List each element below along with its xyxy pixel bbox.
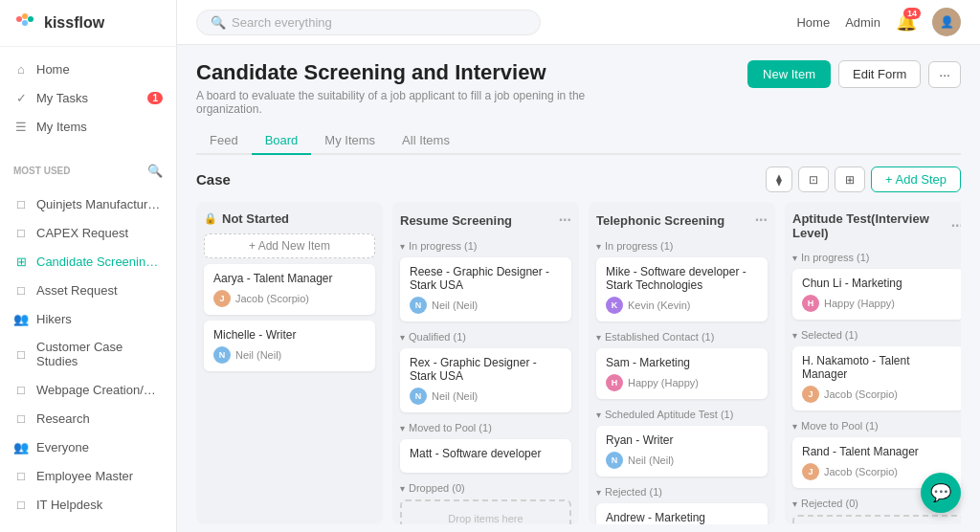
column-menu-icon[interactable]: ··· bbox=[755, 211, 768, 229]
tab-board[interactable]: Board bbox=[252, 127, 312, 155]
card-name: Sam - Marketing bbox=[606, 356, 758, 369]
home-link[interactable]: Home bbox=[796, 15, 830, 30]
section-label[interactable]: ▾ Qualified (1) bbox=[400, 331, 571, 343]
section-label[interactable]: ▾ In progress (1) bbox=[792, 252, 961, 263]
sidebar-item-everyone[interactable]: 👥 Everyone bbox=[0, 432, 176, 461]
card[interactable]: H. Nakamoto - Talent Manager J Jacob (Sc… bbox=[792, 346, 961, 410]
sidebar-item-my-items[interactable]: ☰ My Items bbox=[0, 112, 176, 141]
doc-icon: □ bbox=[13, 346, 29, 362]
card[interactable]: Rex - Graphic Designer - Stark USA N Nei… bbox=[400, 348, 571, 412]
tab-my-items[interactable]: My Items bbox=[311, 127, 389, 155]
page-title-area: Candidate Screening and Interview A boar… bbox=[196, 60, 617, 116]
section-label[interactable]: ▾ In progress (1) bbox=[596, 240, 768, 252]
svg-point-2 bbox=[28, 16, 33, 22]
tab-all-items[interactable]: All Items bbox=[389, 127, 463, 155]
card-name: Chun Li - Marketing bbox=[802, 277, 954, 290]
card[interactable]: Mike - Software developer - Stark Techno… bbox=[596, 257, 768, 321]
search-bar[interactable]: 🔍 Search everything bbox=[196, 10, 541, 35]
doc-icon: □ bbox=[13, 225, 29, 240]
avatar: J bbox=[802, 463, 819, 480]
user-label: Kevin (Kevin) bbox=[628, 299, 690, 311]
more-options-button[interactable]: ··· bbox=[928, 61, 961, 88]
view-toggle-button[interactable]: ⊡ bbox=[798, 166, 829, 192]
page-title: Candidate Screening and Interview bbox=[196, 60, 617, 85]
admin-link[interactable]: Admin bbox=[845, 15, 880, 30]
lock-icon: 🔒 bbox=[204, 212, 217, 225]
sidebar-item-customer-case[interactable]: □ Customer Case Studies bbox=[0, 333, 176, 375]
doc-icon: □ bbox=[13, 382, 29, 397]
section-label-dropped[interactable]: ▾ Dropped (0) bbox=[400, 482, 571, 494]
card-name: Michelle - Writer bbox=[213, 328, 366, 342]
new-item-button[interactable]: New Item bbox=[747, 60, 831, 88]
search-icon: 🔍 bbox=[211, 15, 226, 30]
column-menu-icon[interactable]: ··· bbox=[559, 211, 571, 229]
sidebar-item-webpage[interactable]: □ Webpage Creation/Upd... bbox=[0, 375, 176, 404]
chevron-icon: ▾ bbox=[792, 253, 797, 263]
page-header: Candidate Screening and Interview A boar… bbox=[196, 60, 961, 116]
sidebar-item-quinjets[interactable]: □ Quinjets Manufacturing _ bbox=[0, 189, 176, 218]
card-user: H Happy (Happy) bbox=[802, 295, 954, 312]
tab-feed[interactable]: Feed bbox=[196, 127, 252, 155]
column-title: Resume Screening bbox=[400, 213, 512, 228]
section-label[interactable]: ▾ In progress (1) bbox=[400, 240, 571, 252]
filter-icon: ⧫ bbox=[776, 173, 782, 187]
add-step-button[interactable]: + Add Step bbox=[871, 166, 961, 192]
tasks-icon: ✓ bbox=[13, 90, 29, 105]
section-title: Dropped (0) bbox=[409, 482, 465, 494]
card-name: Matt - Software developer bbox=[410, 447, 562, 460]
avatar: N bbox=[213, 346, 231, 364]
sidebar-item-label: Asset Request bbox=[36, 283, 118, 298]
sidebar-item-asset[interactable]: □ Asset Request bbox=[0, 276, 176, 304]
section-label[interactable]: ▾ Moved to Pool (1) bbox=[400, 422, 571, 433]
add-new-item-button[interactable]: + Add New Item bbox=[204, 233, 375, 258]
section-label[interactable]: ▾ Rejected (1) bbox=[596, 486, 768, 498]
section-label[interactable]: ▾ Move to Pool (1) bbox=[792, 420, 961, 432]
column-menu-icon[interactable]: ··· bbox=[951, 217, 961, 234]
section-label[interactable]: ▾ Established Contact (1) bbox=[596, 331, 768, 343]
card[interactable]: Andrew - Marketing H Happy (Happy) bbox=[596, 503, 768, 524]
chat-bubble[interactable]: 💬 bbox=[921, 473, 961, 513]
section-title: Established Contact (1) bbox=[605, 331, 714, 343]
sidebar-item-my-tasks[interactable]: ✓ My Tasks 1 bbox=[0, 83, 176, 112]
tabs: Feed Board My Items All Items bbox=[196, 127, 961, 155]
sidebar-item-research[interactable]: □ Research bbox=[0, 404, 176, 432]
card[interactable]: Chun Li - Marketing H Happy (Happy) bbox=[792, 269, 961, 320]
chevron-icon: ▾ bbox=[596, 487, 601, 498]
avatar: K bbox=[606, 297, 623, 314]
sidebar-item-home[interactable]: ⌂ Home bbox=[0, 55, 176, 83]
sidebar-item-label: Hikers bbox=[36, 312, 72, 326]
sidebar-item-employee[interactable]: □ Employee Master bbox=[0, 461, 176, 490]
sidebar-item-candidate[interactable]: ⊞ Candidate Screening an... bbox=[0, 247, 176, 276]
section-label[interactable]: ▾ Scheduled Aptitude Test (1) bbox=[596, 409, 768, 420]
section-title: Qualified (1) bbox=[409, 331, 466, 343]
section-title: Scheduled Aptitude Test (1) bbox=[605, 409, 733, 420]
card[interactable]: Aarya - Talent Manager J Jacob (Scorpio) bbox=[204, 264, 375, 315]
settings-button[interactable]: ⊞ bbox=[835, 166, 865, 192]
section-title: In progress (1) bbox=[409, 240, 478, 252]
sidebar-item-label: Everyone bbox=[36, 440, 89, 454]
chevron-icon: ▾ bbox=[400, 423, 405, 433]
user-label: Happy (Happy) bbox=[628, 377, 699, 388]
card[interactable]: Michelle - Writer N Neil (Neil) bbox=[204, 321, 375, 371]
sidebar-item-capex[interactable]: □ CAPEX Request bbox=[0, 218, 176, 247]
filter-button[interactable]: ⧫ bbox=[766, 166, 792, 192]
column-title: Aptitude Test(Interview Level) bbox=[792, 211, 951, 240]
sidebar-item-it-helpdesk[interactable]: □ IT Helpdesk bbox=[0, 490, 176, 519]
user-label: Neil (Neil) bbox=[628, 454, 674, 466]
edit-form-button[interactable]: Edit Form bbox=[838, 60, 921, 88]
card-name: Rex - Graphic Designer - Stark USA bbox=[410, 356, 562, 383]
search-icon[interactable]: 🔍 bbox=[147, 164, 163, 178]
column-telephonic-screening: Telephonic Screening ··· ▾ In progress (… bbox=[589, 202, 775, 524]
user-avatar[interactable]: 👤 bbox=[932, 8, 961, 36]
card[interactable]: Matt - Software developer bbox=[400, 439, 571, 473]
card[interactable]: Sam - Marketing H Happy (Happy) bbox=[596, 348, 768, 399]
column-title: Not Started bbox=[222, 211, 289, 226]
card[interactable]: Ryan - Writer N Neil (Neil) bbox=[596, 426, 768, 477]
card[interactable]: Reese - Graphic Designer - Stark USA N N… bbox=[400, 257, 571, 321]
card-user: J Jacob (Scorpio) bbox=[802, 386, 954, 403]
chevron-icon: ▾ bbox=[596, 410, 601, 420]
page-subtitle: A board to evaluate the suitability of a… bbox=[196, 89, 617, 116]
sidebar-item-hikers[interactable]: 👥 Hikers bbox=[0, 304, 176, 333]
notification-icon[interactable]: 🔔 14 bbox=[896, 11, 917, 33]
section-label[interactable]: ▾ Selected (1) bbox=[792, 329, 961, 341]
